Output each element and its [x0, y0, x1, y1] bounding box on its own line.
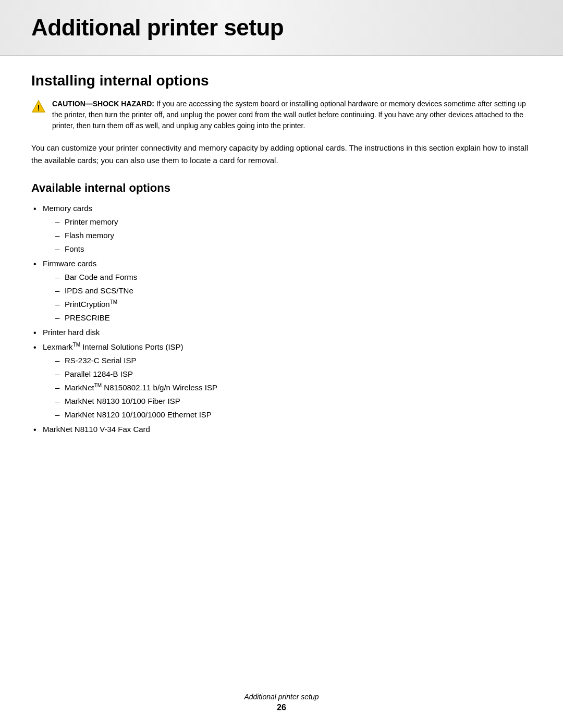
svg-text:!: ! — [38, 104, 40, 112]
page-header: Additional printer setup — [0, 0, 563, 56]
list-item: PRESCRIBE — [53, 312, 532, 324]
list-item: MarkNet N8130 10/100 Fiber ISP — [53, 395, 532, 408]
list-item: Printer hard disk — [31, 326, 532, 339]
page-container: Additional printer setup Installing inte… — [0, 0, 563, 728]
list-item: MarkNetTM N8150802.11 b/g/n Wireless ISP — [53, 381, 532, 394]
content-area: Installing internal options ! CAUTION—SH… — [0, 72, 563, 469]
list-item: MarkNet N8110 V-34 Fax Card — [31, 423, 532, 436]
page-title: Additional printer setup — [31, 15, 532, 41]
body-paragraph: You can customize your printer connectiv… — [31, 142, 532, 167]
list-item: LexmarkTM Internal Solutions Ports (ISP)… — [31, 341, 532, 421]
list-item: Firmware cards Bar Code and Forms IPDS a… — [31, 257, 532, 324]
list-item: Parallel 1284-B ISP — [53, 368, 532, 380]
list-item: Printer memory — [53, 216, 532, 228]
footer-page-number: 26 — [0, 703, 563, 712]
page-footer: Additional printer setup 26 — [0, 693, 563, 712]
list-item: IPDS and SCS/TNe — [53, 285, 532, 297]
sub-list: RS-232-C Serial ISP Parallel 1284-B ISP … — [53, 354, 532, 421]
list-item: Memory cards Printer memory Flash memory… — [31, 202, 532, 255]
sub-list: Bar Code and Forms IPDS and SCS/TNe Prin… — [53, 271, 532, 324]
list-item: Flash memory — [53, 229, 532, 242]
list-item: Bar Code and Forms — [53, 271, 532, 283]
main-section-heading: Installing internal options — [31, 72, 532, 89]
caution-label: CAUTION—SHOCK HAZARD: — [52, 100, 154, 108]
subsection-heading: Available internal options — [31, 181, 532, 195]
caution-box: ! CAUTION—SHOCK HAZARD: If you are acces… — [31, 98, 532, 131]
caution-icon: ! — [31, 100, 46, 114]
sub-list: Printer memory Flash memory Fonts — [53, 216, 532, 255]
list-item: RS-232-C Serial ISP — [53, 354, 532, 367]
list-item: PrintCryptionTM — [53, 298, 532, 311]
footer-title: Additional printer setup — [0, 693, 563, 701]
list-item: Fonts — [53, 243, 532, 255]
caution-text: CAUTION—SHOCK HAZARD: If you are accessi… — [52, 98, 532, 131]
options-list: Memory cards Printer memory Flash memory… — [31, 202, 532, 436]
list-item: MarkNet N8120 10/100/1000 Ethernet ISP — [53, 409, 532, 421]
